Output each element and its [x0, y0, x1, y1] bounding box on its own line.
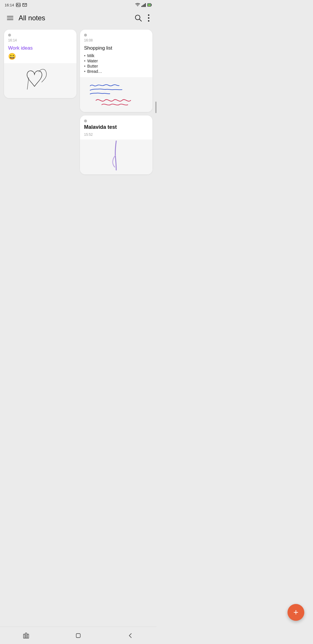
list-item: Water: [84, 59, 148, 63]
sketch-svg-work-ideas: [4, 63, 77, 98]
note-time-work-ideas: 16:14: [8, 38, 72, 42]
sketch-svg-shopping: [80, 77, 152, 112]
note-dot-shopping: [84, 34, 87, 37]
search-icon: [134, 14, 142, 22]
svg-rect-3: [141, 6, 142, 7]
list-item: Bread…: [84, 69, 148, 74]
sketch-shopping-list: [80, 77, 152, 112]
note-dot: [8, 34, 11, 37]
svg-point-15: [148, 20, 150, 22]
scroll-indicator: [155, 102, 156, 113]
note-content-shopping-list: 16:08 Shopping list Milk Water Butter Br…: [80, 30, 152, 77]
more-options-button[interactable]: [147, 13, 151, 23]
page-title: All notes: [19, 14, 45, 22]
note-card-malavida-test[interactable]: Malavida test 15:52: [80, 115, 152, 174]
svg-rect-6: [145, 3, 146, 7]
signal-icon: [141, 3, 146, 7]
note-title-shopping-list: Shopping list: [84, 45, 148, 51]
battery-icon: ⚡: [147, 3, 152, 7]
note-time-malavida: 15:52: [84, 133, 148, 137]
svg-rect-5: [144, 4, 145, 7]
svg-point-13: [148, 15, 150, 16]
sketch-svg-malavida: [80, 140, 152, 174]
more-options-icon: [148, 14, 150, 22]
note-content-malavida: Malavida test 15:52: [80, 115, 152, 140]
sketch-malavida: [80, 140, 152, 174]
right-column: 16:08 Shopping list Milk Water Butter Br…: [80, 30, 152, 174]
note-emoji-work-ideas: 😀: [8, 53, 72, 60]
svg-line-12: [139, 19, 141, 21]
notes-container: 16:14 Work ideas 😀 16:08 Shoppi: [0, 27, 156, 198]
hamburger-menu-button[interactable]: [6, 15, 14, 21]
list-item: Butter: [84, 64, 148, 68]
header-left: All notes: [6, 14, 45, 22]
status-right: ⚡: [135, 3, 152, 7]
mail-icon: [22, 3, 27, 7]
wifi-icon: [135, 3, 140, 7]
list-item: Milk: [84, 53, 148, 58]
hamburger-icon: [7, 16, 13, 20]
status-bar: 16:14: [0, 0, 156, 9]
svg-text:⚡: ⚡: [148, 4, 150, 6]
note-content-work-ideas: 16:14 Work ideas 😀: [4, 30, 77, 63]
header-actions: [133, 13, 151, 23]
header: All notes: [0, 9, 156, 27]
svg-point-14: [148, 17, 150, 19]
sketch-work-ideas: [4, 63, 77, 98]
note-dot-malavida: [84, 120, 87, 122]
shopping-list-items: Milk Water Butter Bread…: [84, 53, 148, 74]
note-time-shopping-list: 16:08: [84, 38, 148, 42]
status-left: 16:14: [5, 3, 27, 7]
status-time: 16:14: [5, 3, 14, 7]
note-title-work-ideas: Work ideas: [8, 45, 72, 51]
search-button[interactable]: [133, 13, 143, 23]
left-column: 16:14 Work ideas 😀: [4, 30, 77, 98]
svg-rect-8: [151, 4, 152, 6]
svg-rect-4: [143, 5, 143, 7]
note-card-shopping-list[interactable]: 16:08 Shopping list Milk Water Butter Br…: [80, 30, 152, 112]
image-icon: [16, 3, 21, 7]
note-card-work-ideas[interactable]: 16:14 Work ideas 😀: [4, 30, 77, 98]
note-title-malavida: Malavida test: [84, 124, 148, 130]
